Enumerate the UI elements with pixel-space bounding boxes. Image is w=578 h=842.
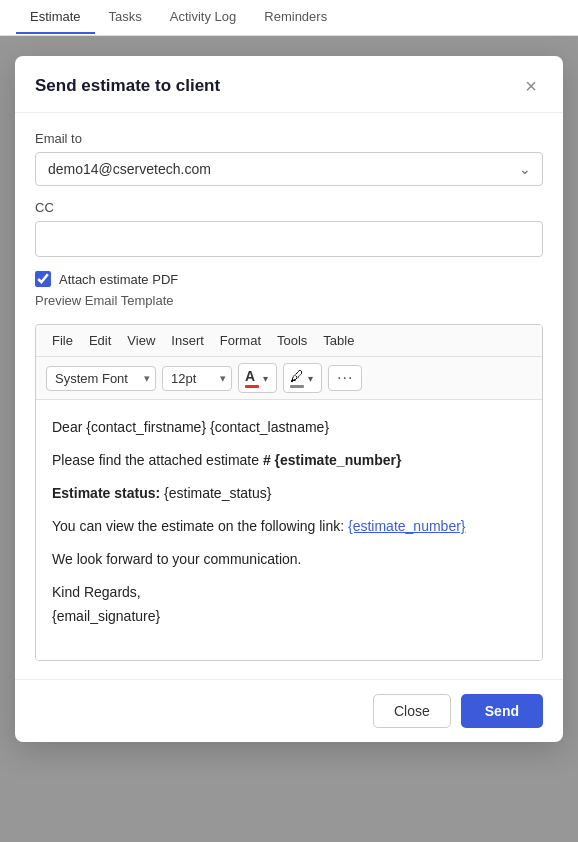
- top-navigation: Estimate Tasks Activity Log Reminders: [0, 0, 578, 36]
- modal-overlay: Send estimate to client × Email to demo1…: [0, 36, 578, 842]
- attach-pdf-checkbox[interactable]: [35, 271, 51, 287]
- menu-insert[interactable]: Insert: [163, 329, 212, 352]
- font-color-chevron-icon[interactable]: ▾: [261, 371, 270, 386]
- font-family-wrapper: System Font ▾: [46, 366, 156, 391]
- attach-pdf-row: Attach estimate PDF: [35, 271, 543, 287]
- modal-footer: Close Send: [15, 679, 563, 742]
- attach-pdf-label: Attach estimate PDF: [59, 272, 178, 287]
- email-to-label: Email to: [35, 131, 543, 146]
- content-line6: Kind Regards, {email_signature}: [52, 581, 526, 627]
- modal-title: Send estimate to client: [35, 76, 220, 96]
- email-editor: File Edit View Insert Format Tools Table…: [35, 324, 543, 661]
- send-button[interactable]: Send: [461, 694, 543, 728]
- menu-file[interactable]: File: [44, 329, 81, 352]
- font-family-select[interactable]: System Font: [46, 366, 156, 391]
- highlight-chevron-icon[interactable]: ▾: [306, 371, 315, 386]
- nav-item-estimate[interactable]: Estimate: [16, 1, 95, 34]
- content-line2: Please find the attached estimate # {est…: [52, 449, 526, 472]
- email-signature: {email_signature}: [52, 608, 160, 624]
- preview-template-link[interactable]: Preview Email Template: [35, 293, 543, 308]
- estimate-link[interactable]: {estimate_number}: [348, 518, 466, 534]
- font-size-select[interactable]: 12pt: [162, 366, 232, 391]
- menu-tools[interactable]: Tools: [269, 329, 315, 352]
- menu-format[interactable]: Format: [212, 329, 269, 352]
- editor-toolbar: System Font ▾ 12pt ▾ A: [36, 357, 542, 400]
- menu-edit[interactable]: Edit: [81, 329, 119, 352]
- menu-view[interactable]: View: [119, 329, 163, 352]
- modal-header: Send estimate to client ×: [15, 56, 563, 113]
- font-color-a-icon: A: [245, 368, 255, 384]
- menu-table[interactable]: Table: [315, 329, 362, 352]
- nav-item-activity-log[interactable]: Activity Log: [156, 1, 250, 34]
- nav-item-reminders[interactable]: Reminders: [250, 1, 341, 34]
- more-options-button[interactable]: ···: [328, 365, 362, 391]
- estimate-status-label: Estimate status:: [52, 485, 160, 501]
- content-line4: You can view the estimate on the followi…: [52, 515, 526, 538]
- editor-content[interactable]: Dear {contact_firstname} {contact_lastna…: [36, 400, 542, 660]
- email-to-select[interactable]: demo14@cservetech.com: [35, 152, 543, 186]
- cc-input[interactable]: [35, 221, 543, 257]
- email-to-wrapper: demo14@cservetech.com ⌄: [35, 152, 543, 186]
- close-button[interactable]: Close: [373, 694, 451, 728]
- cc-section: CC: [35, 200, 543, 257]
- content-line3: Estimate status: {estimate_status}: [52, 482, 526, 505]
- content-line1: Dear {contact_firstname} {contact_lastna…: [52, 416, 526, 439]
- cc-label: CC: [35, 200, 543, 215]
- editor-menubar: File Edit View Insert Format Tools Table: [36, 325, 542, 357]
- font-color-button[interactable]: A ▾: [238, 363, 277, 393]
- highlight-icon: 🖊: [290, 368, 304, 384]
- font-color-bar: [245, 385, 259, 388]
- font-size-wrapper: 12pt ▾: [162, 366, 232, 391]
- estimate-status-value: {estimate_status}: [160, 485, 271, 501]
- estimate-number-bold: # {estimate_number}: [263, 452, 402, 468]
- modal-body: Email to demo14@cservetech.com ⌄ CC Atta…: [15, 113, 563, 679]
- view-estimate-prefix: You can view the estimate on the followi…: [52, 518, 348, 534]
- modal-close-button[interactable]: ×: [519, 74, 543, 98]
- highlight-color-bar: [290, 385, 304, 388]
- highlight-color-button[interactable]: 🖊 ▾: [283, 363, 322, 393]
- content-line5: We look forward to your communication.: [52, 548, 526, 571]
- send-estimate-modal: Send estimate to client × Email to demo1…: [15, 56, 563, 742]
- nav-item-tasks[interactable]: Tasks: [95, 1, 156, 34]
